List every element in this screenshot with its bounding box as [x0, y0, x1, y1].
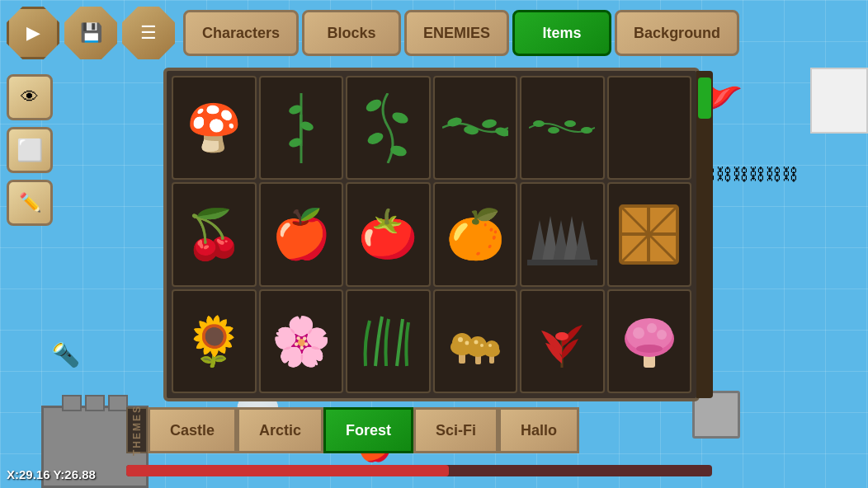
theme-tab-hallo[interactable]: Hallo — [498, 407, 579, 453]
svg-point-6 — [366, 130, 384, 146]
daisy-icon: 🌸 — [271, 313, 331, 369]
theme-tab-scifi[interactable]: Sci-Fi — [413, 407, 498, 453]
eye-tool-button[interactable]: 👁 — [7, 74, 53, 120]
scrollbar-handle[interactable] — [698, 77, 711, 119]
grass-svg — [357, 312, 419, 370]
tab-enemies[interactable]: ENEMIES — [404, 10, 509, 56]
toolbar: ▶ 💾 ☰ Characters Blocks ENEMIES Items Ba… — [0, 0, 868, 66]
svg-marker-20 — [574, 220, 591, 261]
item-cell-pink-mushroom[interactable] — [607, 289, 692, 393]
svg-point-14 — [564, 120, 576, 127]
game-torch: 🔦 — [51, 341, 80, 368]
item-cell-apple-red[interactable]: 🍎 — [259, 182, 344, 286]
svg-point-32 — [465, 341, 469, 345]
vine-stem-svg — [289, 93, 314, 163]
item-cell-mushroom[interactable]: 🍄 — [172, 76, 257, 180]
item-cell-daisy[interactable]: 🌸 — [259, 289, 344, 393]
item-cell-crate[interactable] — [607, 182, 692, 286]
item-cell-cherry[interactable]: 🍒 — [172, 182, 257, 286]
svg-point-42 — [555, 332, 568, 340]
orange-icon: 🍊 — [446, 206, 505, 262]
vine-branch-svg — [366, 93, 411, 163]
crate-svg — [618, 204, 680, 265]
svg-point-48 — [657, 330, 667, 340]
mushroom-cluster-svg — [444, 310, 506, 372]
svg-point-40 — [484, 340, 499, 355]
eraser-tool-button[interactable]: ⬜ — [7, 127, 53, 173]
svg-point-36 — [474, 340, 479, 345]
apple-red-icon: 🍎 — [271, 206, 331, 262]
tab-background[interactable]: Background — [615, 10, 739, 56]
pink-mushroom-svg — [620, 310, 678, 372]
play-button[interactable]: ▶ — [7, 7, 59, 59]
menu-icon: ☰ — [140, 22, 157, 44]
red-plant-svg — [533, 310, 591, 372]
items-grid: 🍄 | — [167, 71, 696, 398]
eye-icon: 👁 — [21, 87, 39, 108]
svg-rect-21 — [527, 260, 597, 265]
svg-point-47 — [647, 323, 657, 333]
item-cell-mushroom-cluster[interactable] — [433, 289, 518, 393]
tab-items[interactable]: Items — [512, 10, 611, 56]
cherry-icon: 🍒 — [184, 206, 243, 262]
svg-point-13 — [548, 127, 559, 134]
vine-chain-svg — [529, 115, 595, 140]
item-cell-vine2[interactable] — [346, 76, 431, 180]
theme-bar: THEMES Castle Arctic Forest Sci-Fi Hallo — [126, 407, 579, 453]
spikes-svg — [527, 204, 597, 265]
white-preview-panel — [810, 68, 868, 134]
item-cell-vine3[interactable] — [433, 76, 518, 180]
pencil-icon: ✏️ — [19, 192, 41, 214]
item-cell-vine4[interactable] — [520, 76, 605, 180]
vine-horizontal-svg — [442, 115, 508, 140]
pencil-tool-button[interactable]: ✏️ — [7, 180, 53, 226]
svg-point-31 — [458, 337, 463, 342]
items-panel: 🍄 | — [163, 68, 700, 401]
nav-tabs: Characters Blocks ENEMIES Items Backgrou… — [183, 10, 739, 56]
theme-tab-castle[interactable]: Castle — [148, 407, 237, 453]
scrollbar-track[interactable] — [696, 71, 713, 398]
item-cell-empty1[interactable] — [607, 76, 692, 180]
svg-point-12 — [533, 120, 545, 127]
svg-point-5 — [390, 110, 409, 125]
left-tools: 👁 ⬜ ✏️ — [7, 74, 53, 226]
item-cell-sunflower[interactable]: 🌻 — [172, 289, 257, 393]
svg-point-46 — [633, 327, 644, 339]
tab-blocks[interactable]: Blocks — [302, 10, 401, 56]
svg-point-37 — [480, 344, 484, 347]
menu-button[interactable]: ☰ — [122, 7, 175, 59]
svg-point-41 — [488, 344, 492, 347]
tab-characters[interactable]: Characters — [183, 10, 299, 56]
svg-point-4 — [366, 96, 384, 113]
svg-point-10 — [481, 119, 497, 129]
svg-point-49 — [636, 345, 663, 353]
item-cell-orange[interactable]: 🍊 — [433, 182, 518, 286]
mushroom-red-icon: 🍄 — [186, 101, 243, 155]
play-icon: ▶ — [26, 22, 40, 44]
themes-label: THEMES — [126, 407, 148, 453]
eraser-icon: ⬜ — [17, 138, 43, 163]
theme-tab-arctic[interactable]: Arctic — [237, 407, 323, 453]
item-cell-spikes[interactable] — [520, 182, 605, 286]
save-button[interactable]: 💾 — [64, 7, 117, 59]
item-cell-red-plant[interactable] — [520, 289, 605, 393]
item-cell-vine1[interactable]: | — [259, 76, 344, 180]
item-cell-grass[interactable] — [346, 289, 431, 393]
sunflower-icon: 🌻 — [184, 313, 243, 369]
svg-point-9 — [463, 125, 479, 136]
scroll-progress-bar[interactable] — [126, 465, 712, 476]
tomato-icon: 🍅 — [358, 206, 417, 262]
coordinates-display: X:29.16 Y:26.88 — [7, 467, 96, 481]
theme-tab-forest[interactable]: Forest — [323, 407, 413, 453]
scroll-progress-fill — [126, 465, 449, 476]
item-cell-tomato[interactable]: 🍅 — [346, 182, 431, 286]
save-icon: 💾 — [80, 22, 102, 44]
svg-point-15 — [581, 127, 592, 134]
